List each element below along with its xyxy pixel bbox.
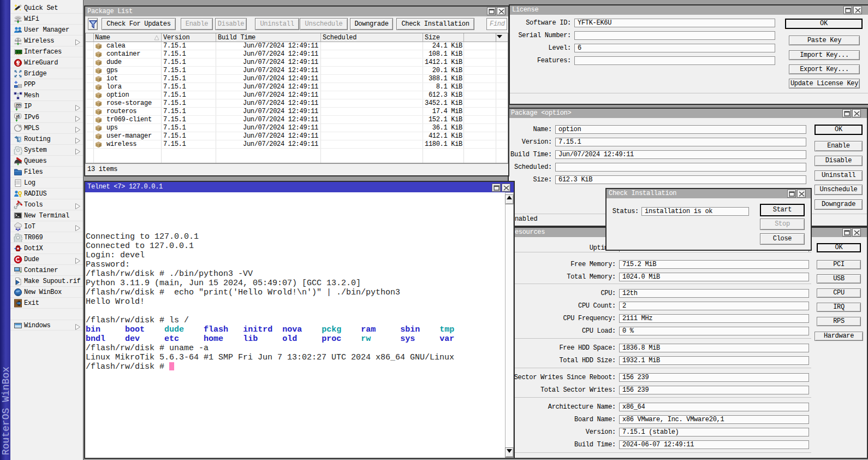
svg-text:v6: v6 — [16, 114, 20, 118]
svg-text:255: 255 — [15, 103, 21, 107]
